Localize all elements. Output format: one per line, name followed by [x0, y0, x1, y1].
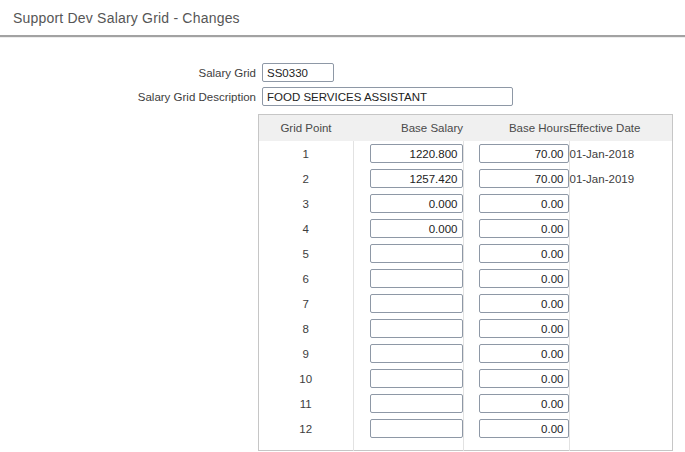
base-salary-cell: [353, 166, 463, 191]
base-hours-cell: [463, 266, 569, 291]
base-hours-cell: [463, 166, 569, 191]
base-salary-column-header: Base Salary: [353, 115, 463, 142]
table-row: 7: [259, 291, 673, 316]
grid-point-value: 6: [303, 273, 309, 285]
base-hours-cell: [463, 391, 569, 416]
table-bottom-spacer: [259, 441, 673, 451]
base-hours-input[interactable]: [479, 144, 569, 163]
grid-point-value: 12: [299, 423, 312, 435]
grid-point-value: 5: [303, 248, 309, 260]
effective-date-cell: [569, 216, 673, 241]
effective-date-cell: [569, 416, 673, 441]
base-salary-cell: [353, 191, 463, 216]
base-salary-input[interactable]: [370, 219, 463, 238]
base-salary-cell: [353, 366, 463, 391]
salary-grid-row: Salary Grid: [0, 63, 685, 82]
base-hours-input[interactable]: [479, 344, 569, 363]
base-hours-input[interactable]: [479, 219, 569, 238]
base-hours-input[interactable]: [479, 244, 569, 263]
grid-point-value: 2: [303, 173, 309, 185]
effective-date-cell: [569, 291, 673, 316]
grid-point-cell: 2: [259, 166, 354, 191]
base-hours-cell: [463, 316, 569, 341]
grid-point-cell: 10: [259, 366, 354, 391]
base-hours-input[interactable]: [479, 169, 569, 188]
table-row: 5: [259, 241, 673, 266]
title-divider: [0, 35, 685, 38]
base-salary-input[interactable]: [370, 419, 463, 438]
effective-date-cell: [569, 391, 673, 416]
table-row: 4: [259, 216, 673, 241]
base-salary-cell: [353, 216, 463, 241]
base-hours-cell: [463, 241, 569, 266]
grid-point-value: 9: [303, 348, 309, 360]
base-hours-input[interactable]: [479, 394, 569, 413]
grid-point-cell: 5: [259, 241, 354, 266]
table-row: 9: [259, 341, 673, 366]
base-hours-cell: [463, 341, 569, 366]
grid-point-cell: 6: [259, 266, 354, 291]
base-hours-input[interactable]: [479, 194, 569, 213]
base-salary-input[interactable]: [370, 319, 463, 338]
base-salary-input[interactable]: [370, 244, 463, 263]
base-hours-cell: [463, 291, 569, 316]
base-hours-input[interactable]: [479, 294, 569, 313]
effective-date-value: 01-Jan-2018: [570, 148, 635, 160]
effective-date-cell: [569, 241, 673, 266]
salary-grid-input[interactable]: [262, 63, 334, 82]
base-salary-input[interactable]: [370, 194, 463, 213]
grid-points-table: Grid Point Base Salary Base Hours Effect…: [258, 114, 673, 451]
salary-grid-form: Salary Grid Salary Grid Description: [0, 63, 685, 106]
table-row: 1 01-Jan-2018: [259, 141, 673, 166]
table-row: 2 01-Jan-2019: [259, 166, 673, 191]
table-row: 10: [259, 366, 673, 391]
grid-point-value: 7: [303, 298, 309, 310]
grid-point-value: 4: [303, 223, 309, 235]
grid-point-value: 10: [299, 373, 312, 385]
table-row: 11: [259, 391, 673, 416]
base-salary-cell: [353, 391, 463, 416]
grid-point-cell: 4: [259, 216, 354, 241]
table-header-row: Grid Point Base Salary Base Hours Effect…: [259, 115, 673, 142]
effective-date-value: 01-Jan-2019: [570, 173, 635, 185]
table-row: 12: [259, 416, 673, 441]
effective-date-cell: [569, 316, 673, 341]
base-hours-input[interactable]: [479, 419, 569, 438]
effective-date-cell: [569, 191, 673, 216]
base-salary-input[interactable]: [370, 294, 463, 313]
salary-grid-description-input[interactable]: [262, 87, 513, 106]
base-salary-input[interactable]: [370, 394, 463, 413]
salary-grid-description-row: Salary Grid Description: [0, 87, 685, 106]
table-row: 3: [259, 191, 673, 216]
base-hours-cell: [463, 216, 569, 241]
grid-point-value: 1: [303, 148, 309, 160]
grid-point-cell: 8: [259, 316, 354, 341]
base-salary-cell: [353, 266, 463, 291]
base-hours-cell: [463, 416, 569, 441]
salary-grid-description-label: Salary Grid Description: [0, 91, 262, 103]
grid-point-cell: 7: [259, 291, 354, 316]
base-salary-input[interactable]: [370, 344, 463, 363]
base-salary-cell: [353, 241, 463, 266]
grid-point-value: 11: [300, 398, 312, 410]
base-salary-cell: [353, 341, 463, 366]
grid-point-cell: 9: [259, 341, 354, 366]
effective-date-cell: 01-Jan-2018: [569, 141, 673, 166]
base-salary-input[interactable]: [370, 369, 463, 388]
grid-point-cell: 1: [259, 141, 354, 166]
base-salary-cell: [353, 416, 463, 441]
base-hours-input[interactable]: [479, 269, 569, 288]
effective-date-cell: [569, 341, 673, 366]
table-row: 6: [259, 266, 673, 291]
effective-date-cell: 01-Jan-2019: [569, 166, 673, 191]
base-salary-input[interactable]: [370, 144, 463, 163]
effective-date-cell: [569, 366, 673, 391]
base-hours-input[interactable]: [479, 369, 569, 388]
effective-date-column-header: Effective Date: [569, 115, 673, 142]
grid-point-cell: 11: [259, 391, 354, 416]
base-hours-column-header: Base Hours: [463, 115, 569, 142]
grid-point-value: 3: [303, 198, 309, 210]
base-salary-input[interactable]: [370, 269, 463, 288]
base-hours-input[interactable]: [479, 319, 569, 338]
base-salary-input[interactable]: [370, 169, 463, 188]
